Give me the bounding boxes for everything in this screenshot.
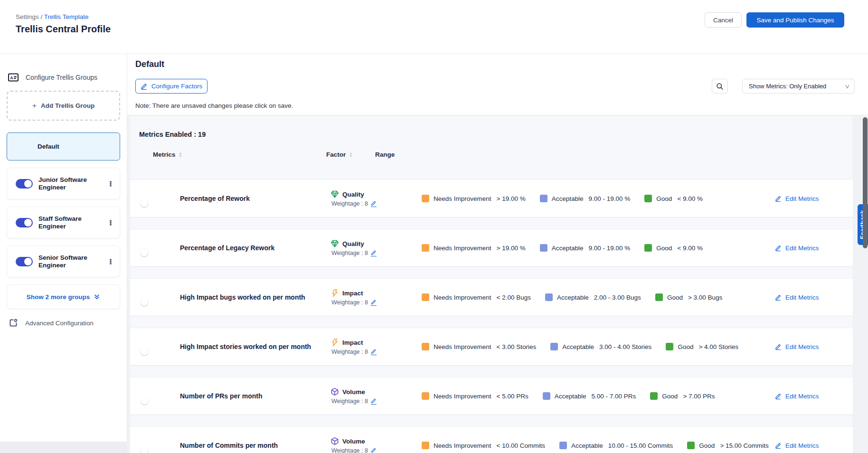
range-value: < 3.00 Stories [497, 343, 537, 350]
save-and-publish-button[interactable]: Save and Publish Changes [746, 12, 844, 28]
range-value: > 4.00 Stories [698, 343, 738, 350]
group-name: Senior Software Engineer [38, 254, 100, 269]
edit-weightage-icon[interactable] [371, 349, 377, 355]
range-item: Good < 9.00 % [644, 195, 703, 202]
quality-gem-icon [330, 239, 339, 248]
range-label: Acceptable [557, 294, 589, 301]
edit-metrics-label: Edit Metrics [785, 442, 819, 449]
range-color-chip [545, 293, 553, 301]
range-label: Needs Improvement [434, 294, 491, 301]
metric-name: Percentage of Legacy Rework [180, 244, 330, 252]
edit-weightage-icon[interactable] [371, 398, 377, 405]
sidebar-group-item[interactable]: Senior Software Engineer ••• [7, 245, 120, 277]
edit-metrics-button[interactable]: Edit Metrics [775, 442, 845, 449]
sidebar-group-item[interactable]: Staff Software Engineer ••• [7, 207, 120, 238]
plus-icon: + [32, 102, 37, 110]
weightage-label: Weightage : 8 [331, 398, 368, 405]
advanced-configuration-icon [8, 318, 19, 328]
cancel-button[interactable]: Cancel [705, 12, 742, 28]
edit-metrics-button[interactable]: Edit Metrics [775, 294, 845, 301]
range-item: Good > 3.00 Bugs [655, 293, 722, 301]
edit-metrics-button[interactable]: Edit Metrics [775, 343, 845, 350]
metric-name: Number of PRs per month [180, 392, 330, 400]
edit-weightage-icon[interactable] [371, 299, 377, 306]
sidebar-item-default[interactable]: Default [7, 132, 120, 160]
range-value: > 7.00 PRs [683, 393, 715, 400]
chevron-down-icon: ∨ [844, 83, 850, 90]
range-color-chip [644, 195, 652, 202]
kebab-menu-icon[interactable]: ••• [106, 181, 115, 187]
search-button[interactable] [712, 79, 728, 94]
range-value: > 19.00 % [497, 245, 526, 252]
group-title: Default [135, 59, 164, 69]
metrics-rows: Percentage of Rework Quality Weightage :… [130, 179, 853, 453]
edit-metrics-label: Edit Metrics [785, 294, 819, 301]
chevron-double-down-icon [94, 293, 100, 300]
advanced-configuration-label: Advanced Configuration [25, 320, 94, 327]
range-value: > 3.00 Bugs [688, 294, 722, 301]
range-list: Needs Improvement < 10.00 Commits Accept… [422, 442, 775, 449]
range-value: 5.00 - 7.00 PRs [592, 393, 636, 400]
advanced-configuration-button[interactable]: Advanced Configuration [8, 318, 120, 328]
range-color-chip [550, 343, 558, 350]
range-value: 2.00 - 3.00 Bugs [594, 294, 641, 301]
sort-icon[interactable]: ▲▼ [179, 152, 182, 158]
group-enabled-toggle[interactable] [16, 179, 33, 189]
range-value: < 2.00 Bugs [497, 294, 531, 301]
breadcrumb-settings[interactable]: Settings [16, 13, 39, 20]
range-item: Needs Improvement < 3.00 Stories [422, 343, 536, 350]
range-color-chip [422, 293, 429, 301]
edit-metrics-label: Edit Metrics [785, 245, 819, 252]
sidebar-group-item[interactable]: Junior Software Engineer ••• [7, 168, 120, 199]
range-label: Good [656, 245, 672, 252]
range-color-chip [666, 343, 673, 350]
range-label: Needs Improvement [434, 393, 491, 400]
group-enabled-toggle[interactable] [16, 218, 33, 227]
volume-cube-icon [330, 387, 339, 396]
edit-pencil-icon [775, 294, 782, 301]
edit-weightage-icon[interactable] [371, 447, 377, 453]
factor-name: Volume [342, 388, 365, 396]
range-color-chip [422, 244, 429, 252]
show-more-groups-button[interactable]: Show 2 more groups [7, 284, 120, 309]
range-label: Acceptable [571, 442, 603, 449]
add-trellis-group-button[interactable]: + Add Trellis Group [7, 91, 120, 121]
range-color-chip [543, 392, 550, 400]
column-header-factor[interactable]: Factor ▲▼ [326, 151, 352, 158]
range-list: Needs Improvement < 5.00 PRs Acceptable … [422, 392, 775, 400]
configure-factors-button[interactable]: Configure Factors [135, 79, 208, 94]
range-value: 9.00 - 19.00 % [589, 195, 631, 202]
edit-metrics-button[interactable]: Edit Metrics [775, 393, 845, 400]
factor-name: Quality [342, 240, 364, 247]
group-enabled-toggle[interactable] [16, 257, 33, 266]
range-item: Acceptable 9.00 - 19.00 % [540, 195, 631, 202]
range-label: Acceptable [552, 245, 584, 252]
add-trellis-group-label: Add Trellis Group [41, 102, 94, 109]
range-item: Acceptable 10.00 - 15.00 Commits [559, 442, 673, 449]
impact-lightning-icon [330, 289, 339, 297]
configure-trellis-groups-header: A Configure Trellis Groups [8, 72, 120, 83]
default-group-label: Default [38, 143, 59, 150]
edit-weightage-icon[interactable] [371, 200, 377, 207]
breadcrumb-trellis-template[interactable]: Trellis Template [44, 13, 89, 20]
range-value: 3.00 - 4.00 Stories [599, 343, 651, 350]
page-header: Settings / Trellis Template Trellis Cent… [0, 0, 868, 54]
column-header-metrics[interactable]: Metrics ▲▼ [153, 151, 182, 158]
edit-pencil-icon [775, 245, 782, 251]
metric-row: Number of Commits per month Volume Weigh… [130, 426, 853, 453]
edit-weightage-icon[interactable] [371, 250, 377, 256]
edit-metrics-button[interactable]: Edit Metrics [775, 195, 845, 202]
group-list: Junior Software Engineer ••• Staff Softw… [7, 168, 120, 277]
range-item: Needs Improvement < 2.00 Bugs [422, 293, 531, 301]
sort-icon[interactable]: ▲▼ [349, 152, 352, 158]
range-list: Needs Improvement > 19.00 % Acceptable 9… [422, 244, 775, 252]
kebab-menu-icon[interactable]: ••• [106, 259, 115, 264]
show-metrics-dropdown[interactable]: Show Metrics: Only Enabled ∨ [742, 79, 855, 94]
kebab-menu-icon[interactable]: ••• [106, 220, 115, 226]
edit-metrics-button[interactable]: Edit Metrics [775, 245, 845, 252]
vertical-scrollbar-thumb[interactable] [863, 117, 868, 248]
range-item: Good > 15.00 Commits [687, 442, 768, 449]
range-item: Acceptable 2.00 - 3.00 Bugs [545, 293, 641, 301]
show-more-label: Show 2 more groups [27, 293, 90, 301]
quality-gem-icon [330, 190, 339, 198]
